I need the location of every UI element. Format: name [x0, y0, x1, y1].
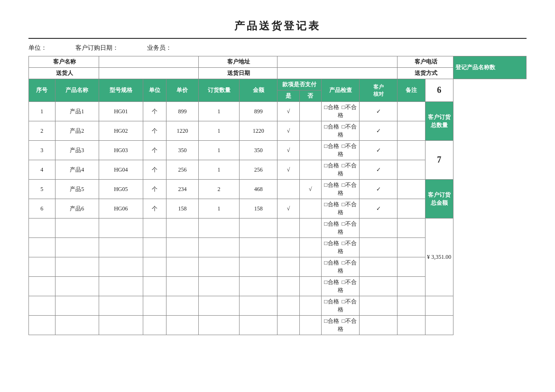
qual-6: □合格 □不合格: [321, 199, 359, 219]
rem-1: [398, 102, 426, 121]
verify-6: ✓: [360, 199, 398, 219]
unit-6: 个: [143, 199, 166, 219]
rem-2: [398, 121, 426, 141]
uprice-3: 350: [166, 141, 198, 160]
pyes-1: √: [278, 102, 299, 121]
table-row: 5 产品5 HG05 个 234 2 468 √ □合格 □不合格 ✓ 客户订货…: [29, 180, 527, 199]
uprice-4: 256: [166, 160, 198, 180]
pno-3: [299, 141, 321, 160]
order-total-amount-value: ¥ 3,351.00: [426, 219, 453, 296]
delivery-method-label: 送货方式: [398, 68, 453, 79]
page-title: 产品送货登记表: [28, 19, 527, 33]
order-total-qty-label: 客户订货总数量: [426, 102, 453, 141]
info-row-1: 客户名称 客户地址 客户电话 登记产品名称数: [29, 56, 527, 68]
col-pay-yes: 是: [278, 91, 299, 102]
oqty-1: 1: [198, 102, 239, 121]
seq-4: 4: [29, 160, 56, 180]
col-amount: 金额: [240, 79, 278, 102]
col-product-check: 产品检查: [321, 79, 359, 102]
amt-1: 899: [240, 102, 278, 121]
salesperson-label: 业务员：: [147, 44, 172, 52]
qual-4: □合格 □不合格: [321, 160, 359, 180]
col-remarks: 备注: [398, 79, 426, 102]
model-6: HG06: [99, 199, 143, 219]
pname-6: 产品6: [55, 199, 99, 219]
model-3: HG03: [99, 141, 143, 160]
oqty-6: 1: [198, 199, 239, 219]
seq-1: 1: [29, 102, 56, 121]
customer-name-label: 客户名称: [29, 56, 99, 68]
delivery-person-label: 送货人: [29, 68, 99, 79]
col-unit: 单位: [143, 79, 166, 102]
pname-2: 产品2: [55, 121, 99, 141]
amt-5: 468: [240, 180, 278, 199]
col-model: 型号规格: [99, 79, 143, 102]
delivery-date-label: 送货日期: [198, 68, 278, 79]
pyes-2: √: [278, 121, 299, 141]
uprice-5: 234: [166, 180, 198, 199]
oqty-3: 1: [198, 141, 239, 160]
qual-2: □合格 □不合格: [321, 121, 359, 141]
seq-6: 6: [29, 199, 56, 219]
model-1: HG01: [99, 102, 143, 121]
seq-5: 5: [29, 180, 56, 199]
rem-4: [398, 160, 426, 180]
verify-1: ✓: [360, 102, 398, 121]
verify-3: ✓: [360, 141, 398, 160]
amt-3: 350: [240, 141, 278, 160]
col-header-row: 序号 产品名称 型号规格 单位 单价 订货数量 金额 款项是否支付 产品检查 客…: [29, 79, 527, 91]
qual-1: □合格 □不合格: [321, 102, 359, 121]
pyes-3: √: [278, 141, 299, 160]
amt-6: 158: [240, 199, 278, 219]
uprice-1: 899: [166, 102, 198, 121]
qual-5: □合格 □不合格: [321, 180, 359, 199]
unit-1: 个: [143, 102, 166, 121]
col-unit-price: 单价: [166, 79, 198, 102]
model-4: HG04: [99, 160, 143, 180]
qual-3: □合格 □不合格: [321, 141, 359, 160]
pname-1: 产品1: [55, 102, 99, 121]
oqty-2: 1: [198, 121, 239, 141]
col-product-name: 产品名称: [55, 79, 99, 102]
table-row: 1 产品1 HG01 个 899 1 899 √ □合格 □不合格 ✓ 客户订货…: [29, 102, 527, 121]
pno-6: [299, 199, 321, 219]
amt-4: 256: [240, 160, 278, 180]
pno-1: [299, 102, 321, 121]
rem-5: [398, 180, 426, 199]
order-date-label: 客户订购日期：: [75, 44, 119, 52]
uprice-2: 1220: [166, 121, 198, 141]
model-2: HG02: [99, 121, 143, 141]
product-count-label: 登记产品名称数: [453, 56, 526, 79]
verify-5: ✓: [360, 180, 398, 199]
unit-2: 个: [143, 121, 166, 141]
unit-4: 个: [143, 160, 166, 180]
pyes-6: √: [278, 199, 299, 219]
col-payment: 款项是否支付: [278, 79, 322, 91]
verify-2: ✓: [360, 121, 398, 141]
col-customer-verify: 客户核对: [360, 79, 398, 102]
table-row: 3 产品3 HG03 个 350 1 350 √ □合格 □不合格 ✓ 7: [29, 141, 527, 160]
col-pay-no: 否: [299, 91, 321, 102]
oqty-4: 1: [198, 160, 239, 180]
table-row: □合格 □不合格: [29, 296, 527, 316]
pyes-5: [278, 180, 299, 199]
model-5: HG05: [99, 180, 143, 199]
unit-5: 个: [143, 180, 166, 199]
col-seq: 序号: [29, 79, 56, 102]
pno-4: [299, 160, 321, 180]
pyes-4: √: [278, 160, 299, 180]
seq-2: 2: [29, 121, 56, 141]
pname-4: 产品4: [55, 160, 99, 180]
uprice-6: 158: [166, 199, 198, 219]
pno-2: [299, 121, 321, 141]
pname-5: 产品5: [55, 180, 99, 199]
customer-address-label: 客户地址: [198, 56, 278, 68]
product-count-value: 6: [426, 79, 453, 102]
info-row-2: 送货人 送货日期 送货方式: [29, 68, 527, 79]
rem-3: [398, 141, 426, 160]
table-row: □合格 □不合格 ¥ 3,351.00: [29, 219, 527, 238]
table-row: □合格 □不合格: [29, 316, 527, 335]
seq-3: 3: [29, 141, 56, 160]
order-total-qty-value: 7: [426, 141, 453, 180]
pno-5: √: [299, 180, 321, 199]
